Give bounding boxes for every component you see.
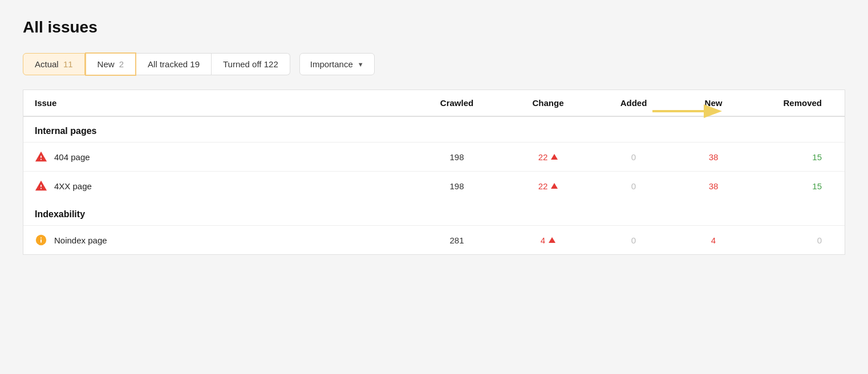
- issue-cell: 4XX page: [35, 180, 411, 192]
- cell-new: 38: [674, 152, 753, 162]
- cell-crawled: 198: [411, 152, 502, 162]
- filter-new-count: 2: [119, 59, 124, 69]
- table-row[interactable]: Noindex page 281 4 0 4 0: [23, 225, 845, 254]
- issue-cell: 404 page: [35, 151, 411, 163]
- chevron-down-icon: ▼: [358, 61, 364, 68]
- cell-crawled: 198: [411, 181, 502, 191]
- filter-new-label: New: [98, 59, 115, 69]
- filter-actual-label: Actual: [35, 59, 59, 69]
- cell-crawled: 281: [411, 235, 502, 245]
- filter-all-tracked-label: All tracked: [148, 59, 188, 69]
- change-value: 4: [541, 235, 545, 245]
- change-value: 22: [538, 152, 548, 162]
- table-container: Issue Crawled Change Added New Removed I…: [23, 90, 845, 255]
- cell-removed: 15: [753, 181, 833, 191]
- table-row[interactable]: 4XX page 198 22 0 38 15: [23, 171, 845, 200]
- cell-removed: 0: [753, 235, 833, 245]
- cell-change: 22: [502, 152, 594, 162]
- up-arrow-icon: [549, 237, 555, 243]
- cell-change: 22: [502, 181, 594, 191]
- cell-new: 4: [674, 235, 753, 245]
- filter-all-tracked-count: 19: [190, 59, 200, 69]
- filter-actual[interactable]: Actual 11: [23, 53, 85, 75]
- issue-cell: Noindex page: [35, 234, 411, 246]
- section-indexability: Indexability: [23, 200, 845, 225]
- col-header-crawled: Crawled: [411, 98, 502, 108]
- filter-all-tracked[interactable]: All tracked 19: [136, 53, 212, 75]
- warning-icon: [35, 180, 47, 192]
- filter-new[interactable]: New 2: [85, 52, 137, 76]
- col-header-removed: Removed: [753, 98, 833, 108]
- importance-dropdown[interactable]: Importance ▼: [299, 53, 375, 75]
- col-header-new: New: [674, 98, 753, 108]
- page-container: All issues Actual 11 New 2 All tracked 1…: [0, 0, 868, 374]
- filter-turned-off-count: 122: [264, 59, 278, 69]
- info-icon: [35, 234, 47, 246]
- col-header-added: Added: [594, 98, 674, 108]
- page-title: All issues: [23, 18, 845, 36]
- table-row[interactable]: 404 page 198 22 0 38 15: [23, 142, 845, 171]
- filter-turned-off-label: Turned off: [223, 59, 262, 69]
- issue-name: 4XX page: [54, 181, 92, 191]
- issue-name: 404 page: [54, 152, 90, 162]
- warning-icon: [35, 151, 47, 163]
- change-value: 22: [538, 181, 548, 191]
- up-arrow-icon: [551, 183, 558, 189]
- cell-added: 0: [594, 181, 674, 191]
- table-header: Issue Crawled Change Added New Removed: [23, 90, 845, 117]
- cell-change: 4: [502, 235, 594, 245]
- cell-added: 0: [594, 152, 674, 162]
- col-header-issue: Issue: [35, 98, 411, 108]
- up-arrow-icon: [551, 154, 558, 160]
- importance-label: Importance: [310, 59, 353, 69]
- cell-removed: 15: [753, 152, 833, 162]
- cell-new: 38: [674, 181, 753, 191]
- issues-table: Issue Crawled Change Added New Removed I…: [23, 90, 845, 255]
- col-header-change: Change: [502, 98, 594, 108]
- filter-bar: Actual 11 New 2 All tracked 19 Turned of…: [23, 52, 845, 76]
- cell-added: 0: [594, 235, 674, 245]
- filter-actual-count: 11: [63, 59, 73, 69]
- section-internal-pages: Internal pages: [23, 117, 845, 142]
- filter-turned-off[interactable]: Turned off 122: [212, 53, 290, 75]
- issue-name: Noindex page: [54, 235, 107, 245]
